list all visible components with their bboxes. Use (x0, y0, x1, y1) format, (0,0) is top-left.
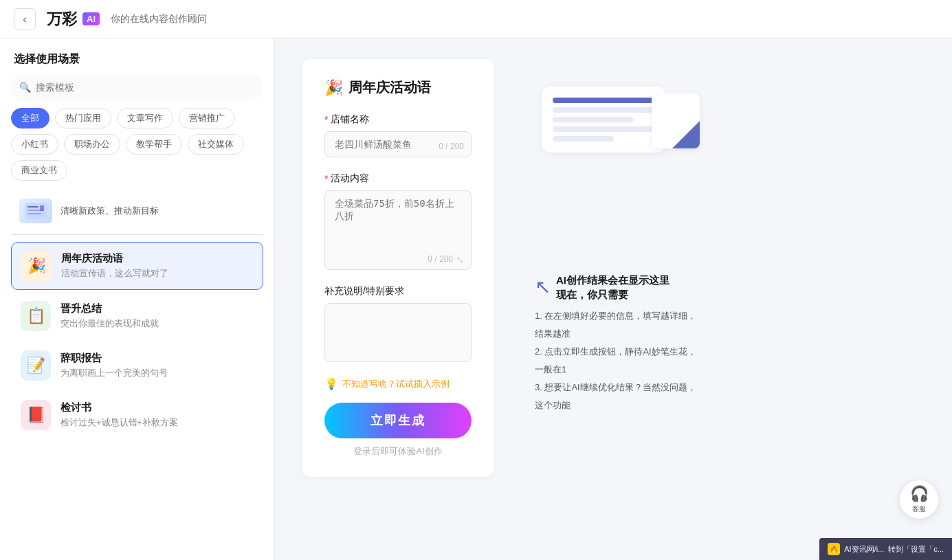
illus-card-1 (542, 87, 665, 153)
filter-tag-business[interactable]: 商业文书 (11, 160, 67, 181)
filter-tag-hot[interactable]: 热门应用 (55, 108, 111, 128)
header-subtitle: 你的在线内容创作顾问 (111, 13, 207, 25)
ai-hint-step-1: 1. 在左侧填好必要的信息，填写越详细，结果越准 (535, 307, 700, 343)
bottom-bar-suffix: 转到「设置「c... (888, 544, 944, 555)
bottom-bar: 🔥 AI资讯网/i... 转到「设置「c... (819, 538, 952, 560)
header: ‹ 万彩 AI 你的在线内容创作顾问 (0, 0, 952, 38)
bottom-bar-icon: 🔥 (828, 543, 840, 555)
ai-hint-title-line1: AI创作结果会在显示这里 (556, 272, 669, 289)
illus-card-2 (652, 93, 700, 148)
illus-corner (672, 121, 700, 148)
illus-line (553, 136, 614, 142)
template-icon-promotion: 📋 (21, 301, 51, 331)
svg-rect-1 (27, 206, 38, 208)
search-box: 🔍 (11, 75, 263, 100)
cs-label: 客服 (912, 504, 926, 514)
template-name-anniversary: 周年庆活动语 (61, 252, 253, 265)
bottom-bar-text: AI资讯网/i... (844, 544, 884, 555)
template-desc-anniversary: 活动宣传语，这么写就对了 (61, 267, 253, 280)
template-info-promotion: 晋升总结 突出你最佳的表现和成就 (60, 302, 254, 330)
field-store-wrap: 0 / 200 (324, 131, 472, 157)
illus-line (553, 107, 654, 113)
ai-hint-step-3: 3. 想要让AI继续优化结果？当然没问题，这个功能 (535, 379, 700, 414)
template-name-promotion: 晋升总结 (60, 302, 254, 315)
template-info-resignation: 辞职报告 为离职画上一个完美的句号 (60, 352, 254, 379)
store-counter: 0 / 200 (439, 142, 464, 151)
field-activity-label: * 活动内容 (324, 172, 472, 185)
template-item-promotion[interactable]: 📋 晋升总结 突出你最佳的表现和成就 (11, 293, 263, 339)
field-extra-wrap (324, 303, 472, 362)
customer-service-button[interactable]: 🎧 客服 (900, 480, 938, 519)
illus-lines-1 (553, 98, 654, 142)
filter-tag-office[interactable]: 职场办公 (64, 134, 120, 155)
filter-area: 全部 热门应用 文章写作 营销推广 小红书 职场办公 教学帮手 社交媒体 商业文… (0, 108, 274, 186)
template-name-resignation: 辞职报告 (60, 352, 254, 365)
generate-label: 立即生成 (370, 414, 425, 427)
filter-tag-marketing[interactable]: 营销推广 (179, 108, 235, 128)
ai-hint-title: AI创作结果会在显示这里 现在，你只需要 (556, 272, 669, 302)
required-star-activity: * (324, 173, 328, 184)
back-button[interactable]: ‹ (14, 8, 36, 30)
template-list: 清晰新政策、推动新目标 🎉 周年庆活动语 活动宣传语，这么写就对了 📋 晋升总结… (0, 186, 274, 560)
illus-line (553, 117, 634, 122)
template-desc-promotion: 突出你最佳的表现和成就 (60, 317, 254, 330)
ai-hint-box: ↖ AI创作结果会在显示这里 现在，你只需要 1. 在左侧填好必要的信息，填写越… (528, 272, 707, 414)
cs-icon: 🎧 (910, 485, 929, 503)
template-info-review: 检讨书 检讨过失+诚恳认错+补救方案 (60, 401, 254, 429)
field-store-label: * 店铺名称 (324, 113, 472, 126)
filter-tag-teaching[interactable]: 教学帮手 (126, 134, 182, 155)
template-name-review: 检讨书 (60, 401, 254, 414)
ai-hint-steps: 1. 在左侧填好必要的信息，填写越详细，结果越准 2. 点击立即生成按钮，静待A… (535, 307, 700, 414)
field-extra: 补充说明/特别要求 (324, 285, 472, 362)
template-item-resignation[interactable]: 📝 辞职报告 为离职画上一个完美的句号 (11, 342, 263, 389)
hint-text: 不知道写啥？试试插入示例 (342, 378, 450, 390)
svg-rect-3 (27, 213, 41, 214)
template-desc-review: 检讨过失+诚恳认错+补救方案 (60, 416, 254, 429)
template-icon-review: 📕 (21, 400, 51, 430)
ai-hint-arrow-icon: ↖ (535, 276, 551, 298)
filter-tag-article[interactable]: 文章写作 (117, 108, 173, 128)
extra-textarea[interactable] (325, 304, 471, 359)
illus-line (553, 98, 654, 103)
ai-hint-step-2: 2. 点击立即生成按钮，静待AI妙笔生花，一般在1 (535, 343, 700, 379)
field-activity-wrap: 0 / 200 ⤡ (324, 190, 472, 270)
hint-row[interactable]: 💡 不知道写啥？试试插入示例 (324, 377, 472, 390)
illus-line (553, 126, 654, 132)
generate-button[interactable]: 立即生成 (324, 403, 472, 438)
ai-hint-title-line2: 现在，你只需要 (556, 289, 669, 302)
template-item-review[interactable]: 📕 检讨书 检讨过失+诚恳认错+补救方案 (11, 392, 263, 438)
template-featured-item[interactable]: 清晰新政策、推动新目标 (11, 192, 263, 230)
logo-ai-badge: AI (82, 12, 100, 25)
form-title: 🎉 周年庆活动语 (324, 78, 472, 97)
filter-tag-social[interactable]: 社交媒体 (188, 134, 244, 155)
field-store: * 店铺名称 0 / 200 (324, 113, 472, 157)
activity-counter: 0 / 200 (428, 254, 453, 265)
resize-icon: ⤡ (456, 254, 464, 265)
template-info-anniversary: 周年庆活动语 活动宣传语，这么写就对了 (61, 252, 253, 280)
search-input[interactable] (11, 75, 263, 100)
main-layout: 选择使用场景 🔍 全部 热门应用 文章写作 营销推广 小红书 职场办公 教学帮手… (0, 38, 952, 560)
filter-tag-all[interactable]: 全部 (11, 108, 49, 128)
template-item-anniversary[interactable]: 🎉 周年庆活动语 活动宣传语，这么写就对了 (11, 242, 263, 290)
featured-img (19, 199, 52, 223)
content-area: 🎉 周年庆活动语 * 店铺名称 0 / 200 (275, 38, 952, 560)
search-icon: 🔍 (19, 82, 31, 93)
required-star-store: * (324, 114, 328, 125)
activity-textarea[interactable] (325, 191, 471, 249)
sidebar: 选择使用场景 🔍 全部 热门应用 文章写作 营销推广 小红书 职场办公 教学帮手… (0, 38, 275, 560)
filter-tag-xiaohongshu[interactable]: 小红书 (11, 134, 58, 155)
sidebar-title: 选择使用场景 (0, 38, 274, 75)
back-icon: ‹ (23, 13, 26, 25)
logo-text: 万彩 (47, 9, 77, 30)
template-icon-resignation: 📝 (21, 350, 51, 381)
template-desc-resignation: 为离职画上一个完美的句号 (60, 367, 254, 379)
form-title-text: 周年庆活动语 (348, 78, 431, 97)
field-activity: * 活动内容 0 / 200 ⤡ (324, 172, 472, 270)
svg-rect-4 (40, 205, 44, 211)
hint-icon: 💡 (324, 377, 338, 390)
activity-counter-area: 0 / 200 ⤡ (325, 251, 471, 269)
form-card: 🎉 周年庆活动语 * 店铺名称 0 / 200 (302, 59, 494, 477)
form-title-icon: 🎉 (324, 79, 343, 97)
illustration-area: ↖ AI创作结果会在显示这里 现在，你只需要 1. 在左侧填好必要的信息，填写越… (514, 59, 720, 435)
divider (11, 234, 263, 235)
